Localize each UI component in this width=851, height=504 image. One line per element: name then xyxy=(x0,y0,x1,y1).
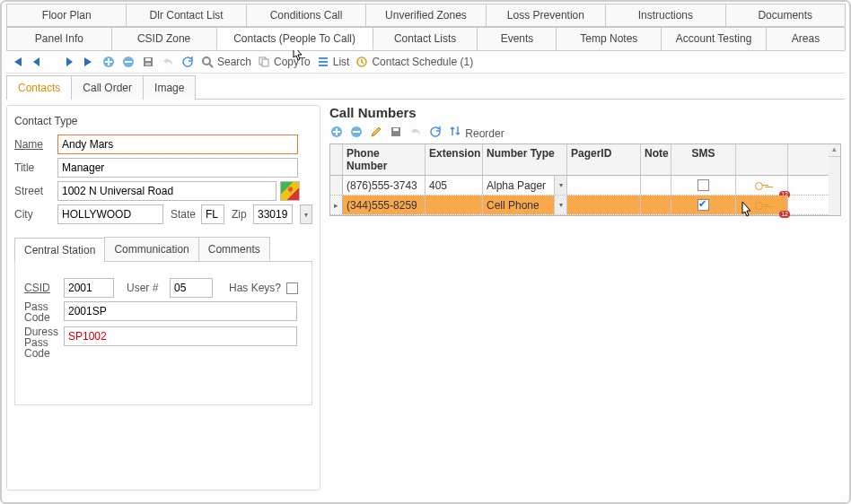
tab-panel-info[interactable]: Panel Info xyxy=(6,27,112,50)
passcode-label: Pass Code xyxy=(24,301,60,323)
tab-loss-prevention[interactable]: Loss Prevention xyxy=(486,4,606,26)
tab-areas[interactable]: Areas xyxy=(766,27,846,50)
state-input[interactable] xyxy=(201,204,224,224)
zip-dropdown-icon[interactable]: ▾ xyxy=(300,204,312,224)
scroll-up-icon[interactable]: ▴ xyxy=(829,144,840,157)
col-note[interactable]: Note xyxy=(641,144,671,175)
cn-add-icon[interactable] xyxy=(329,125,344,139)
call-numbers-panel: Call Numbers Reorder Phone Number Exte xyxy=(326,105,845,491)
title-label: Title xyxy=(14,161,54,174)
name-label: Name xyxy=(14,138,54,151)
tab-floor-plan[interactable]: Floor Plan xyxy=(6,4,127,26)
haskeys-checkbox[interactable] xyxy=(286,282,298,294)
cn-save-icon[interactable] xyxy=(389,125,403,139)
col-extension[interactable]: Extension xyxy=(426,144,483,175)
city-input[interactable] xyxy=(57,204,163,224)
street-input[interactable] xyxy=(57,181,276,201)
chevron-down-icon[interactable]: ▾ xyxy=(554,196,566,214)
call-numbers-grid: Phone Number Extension Number Type Pager… xyxy=(329,143,829,216)
tab-unverified-zones[interactable]: Unverified Zones xyxy=(365,4,486,26)
cell-pager[interactable] xyxy=(567,196,641,214)
svg-rect-7 xyxy=(262,59,268,66)
save-icon[interactable] xyxy=(141,55,155,69)
app-window: Floor Plan Dlr Contact List Conditions C… xyxy=(0,0,851,504)
map-pin-icon: 📍 xyxy=(285,187,295,196)
grid-row[interactable]: ▸ (344)555-8259 Cell Phone▾ 12 xyxy=(330,196,829,215)
chevron-down-icon[interactable]: ▾ xyxy=(554,176,566,195)
nav-first-icon[interactable] xyxy=(10,55,24,69)
add-icon[interactable] xyxy=(101,55,116,69)
cell-extension[interactable]: 405 xyxy=(426,176,483,195)
tab-contacts-people[interactable]: Contacts (People To Call) xyxy=(216,27,373,50)
name-input[interactable] xyxy=(57,135,298,154)
usernum-input[interactable] xyxy=(170,278,213,298)
duress-input[interactable] xyxy=(64,326,297,346)
cell-note[interactable] xyxy=(641,176,671,195)
col-actions xyxy=(736,144,788,175)
subtab-call-order[interactable]: Call Order xyxy=(71,75,144,100)
tab-csid-zone[interactable]: CSID Zone xyxy=(111,27,217,50)
tab-account-testing[interactable]: Account Testing xyxy=(661,27,767,50)
passcode-input[interactable] xyxy=(64,301,297,321)
innertab-central-station[interactable]: Central Station xyxy=(14,238,105,262)
cn-reorder-button[interactable]: Reorder xyxy=(448,124,504,140)
cell-extension[interactable] xyxy=(426,196,483,214)
inner-tabs: Central Station Communication Comments xyxy=(14,237,312,262)
city-label: City xyxy=(14,208,54,221)
title-input[interactable] xyxy=(57,158,298,178)
cell-sms[interactable] xyxy=(671,196,736,214)
row-indicator: ▸ xyxy=(330,196,343,214)
undo-icon[interactable] xyxy=(161,55,175,69)
cell-sms[interactable] xyxy=(671,176,736,195)
col-sms[interactable]: SMS xyxy=(671,144,736,175)
state-label: State xyxy=(171,208,197,221)
grid-scrollbar[interactable]: ▴ xyxy=(829,143,841,216)
cell-type[interactable]: Cell Phone▾ xyxy=(483,196,567,214)
col-phone[interactable]: Phone Number xyxy=(343,144,426,175)
cn-edit-icon[interactable] xyxy=(369,125,383,139)
cn-remove-icon[interactable] xyxy=(349,125,364,139)
tab-conditions-call[interactable]: Conditions Call xyxy=(246,4,366,26)
col-pagerid[interactable]: PagerID xyxy=(567,144,641,175)
haskeys-label: Has Keys? xyxy=(229,282,283,294)
copyto-button[interactable]: CopyTo xyxy=(257,55,311,69)
sms-checkbox[interactable] xyxy=(697,199,709,211)
csid-input[interactable] xyxy=(64,278,114,298)
innertab-comments[interactable]: Comments xyxy=(198,237,270,261)
cn-undo-icon[interactable] xyxy=(408,125,423,139)
list-button[interactable]: List xyxy=(316,55,350,69)
nav-next-icon[interactable] xyxy=(62,55,76,69)
tab-documents[interactable]: Documents xyxy=(725,4,846,26)
sms-checkbox[interactable] xyxy=(697,179,709,191)
cell-action[interactable]: 12 xyxy=(736,196,788,214)
nav-prev-icon[interactable] xyxy=(30,55,44,69)
cn-refresh-icon[interactable] xyxy=(428,125,443,139)
subtab-image[interactable]: Image xyxy=(143,75,196,100)
contact-form-panel: Contact Type Name Title Street 📍 City St… xyxy=(6,105,320,491)
call-numbers-toolbar: Reorder xyxy=(329,124,841,140)
schedule-button[interactable]: Contact Schedule (1) xyxy=(355,55,473,69)
remove-icon[interactable] xyxy=(121,55,136,69)
subtab-contacts[interactable]: Contacts xyxy=(6,75,72,100)
refresh-icon[interactable] xyxy=(180,55,195,69)
reorder-label: Reorder xyxy=(465,127,504,140)
cell-type[interactable]: Alpha Pager▾ xyxy=(483,176,567,195)
cell-pager[interactable] xyxy=(567,176,641,195)
innertab-communication[interactable]: Communication xyxy=(104,237,198,261)
tab-instructions[interactable]: Instructions xyxy=(605,4,725,26)
tab-dlr-contact-list[interactable]: Dlr Contact List xyxy=(126,4,246,26)
tab-contact-lists[interactable]: Contact Lists xyxy=(373,27,478,50)
col-number-type[interactable]: Number Type xyxy=(483,144,567,175)
search-button[interactable]: Search xyxy=(200,55,251,69)
cell-phone[interactable]: (876)555-3743 xyxy=(343,176,426,195)
zip-input[interactable] xyxy=(253,204,293,224)
nav-last-icon[interactable] xyxy=(82,55,96,69)
cell-action[interactable]: 12 xyxy=(736,176,788,195)
map-button[interactable]: 📍 xyxy=(280,181,300,201)
tab-temp-notes[interactable]: Temp Notes xyxy=(556,27,662,50)
sub-tabs: Contacts Call Order Image xyxy=(6,75,845,100)
grid-row[interactable]: (876)555-3743 405 Alpha Pager▾ 12 xyxy=(330,176,829,196)
cell-note[interactable] xyxy=(641,196,671,214)
cell-phone[interactable]: (344)555-8259 xyxy=(343,196,426,214)
tab-events[interactable]: Events xyxy=(477,27,557,50)
